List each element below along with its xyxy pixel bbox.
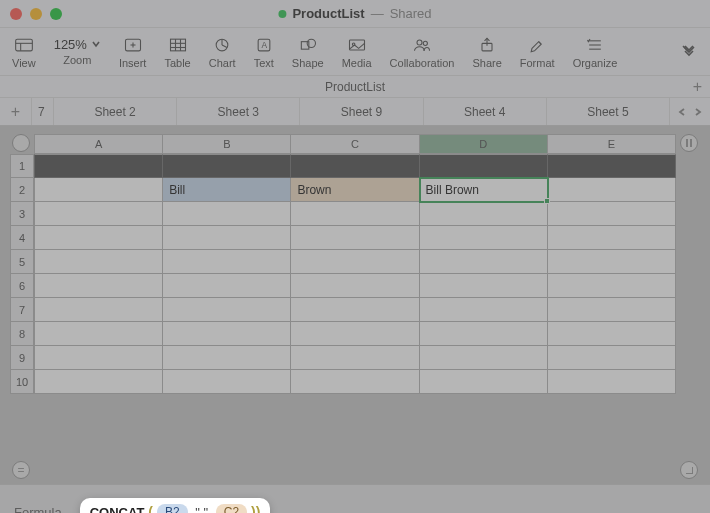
row-header[interactable]: 9 (10, 346, 34, 370)
formula-token[interactable]: C2 (216, 504, 247, 513)
cell[interactable] (420, 250, 548, 274)
cell-b2[interactable]: Bill (163, 178, 291, 202)
sheet-tab[interactable]: Sheet 9 (300, 98, 423, 125)
table-button[interactable]: Table (164, 35, 190, 69)
cell[interactable] (291, 202, 419, 226)
cell[interactable] (291, 370, 419, 394)
cell[interactable] (548, 202, 676, 226)
minimize-window-button[interactable] (30, 8, 42, 20)
media-button[interactable]: Media (342, 35, 372, 69)
cell[interactable] (420, 370, 548, 394)
sheet-tab[interactable]: Sheet 2 (54, 98, 177, 125)
cell[interactable] (420, 202, 548, 226)
cell[interactable] (34, 250, 163, 274)
cell[interactable] (34, 298, 163, 322)
column-header[interactable]: C (291, 134, 419, 154)
chart-icon (212, 35, 232, 55)
column-resize-handle[interactable] (680, 134, 698, 152)
cell[interactable] (34, 226, 163, 250)
cell[interactable] (548, 370, 676, 394)
row-header[interactable]: 8 (10, 322, 34, 346)
row-header[interactable]: 2 (10, 178, 34, 202)
cell[interactable] (34, 202, 163, 226)
cell[interactable] (163, 226, 291, 250)
sheet-tab[interactable]: Sheet 3 (177, 98, 300, 125)
sheet-tab[interactable]: Sheet 4 (424, 98, 547, 125)
table-resize-handle[interactable] (680, 461, 698, 479)
add-tab-button[interactable]: + (0, 98, 32, 125)
cell[interactable] (548, 250, 676, 274)
cell[interactable] (34, 178, 163, 202)
cell-d2[interactable]: Bill Brown (420, 178, 548, 202)
chart-button[interactable]: Chart (209, 35, 236, 69)
row-header[interactable]: 10 (10, 370, 34, 394)
cell[interactable] (420, 274, 548, 298)
shape-button[interactable]: Shape (292, 35, 324, 69)
cell[interactable] (163, 250, 291, 274)
cell[interactable] (420, 322, 548, 346)
format-button[interactable]: Format (520, 35, 555, 69)
cell[interactable] (548, 178, 676, 202)
cell[interactable] (548, 226, 676, 250)
cell[interactable] (34, 370, 163, 394)
organize-button[interactable]: Organize (573, 35, 618, 69)
row-header[interactable]: 5 (10, 250, 34, 274)
row-resize-handle[interactable]: = (12, 461, 30, 479)
column-header[interactable]: D (420, 134, 548, 154)
cell[interactable] (548, 346, 676, 370)
formula-editor[interactable]: CONCAT ( B2 ," ", C2 )) (80, 498, 271, 513)
close-window-button[interactable] (10, 8, 22, 20)
cell[interactable] (163, 346, 291, 370)
cell[interactable] (291, 322, 419, 346)
row-header[interactable]: 4 (10, 226, 34, 250)
share-button[interactable]: Share (472, 35, 501, 69)
cell[interactable] (548, 154, 676, 178)
insert-button[interactable]: Insert (119, 35, 147, 69)
cell[interactable] (420, 226, 548, 250)
cell[interactable] (163, 202, 291, 226)
cell[interactable] (163, 298, 291, 322)
column-header[interactable]: B (163, 134, 291, 154)
cell[interactable] (548, 298, 676, 322)
selection-handle[interactable] (544, 198, 550, 204)
cell[interactable] (163, 370, 291, 394)
cell[interactable] (291, 298, 419, 322)
zoom-control[interactable]: 125% Zoom (54, 37, 101, 66)
tab-next-button[interactable] (693, 103, 703, 121)
column-header[interactable]: A (34, 134, 163, 154)
select-all-handle[interactable] (12, 134, 30, 152)
view-button[interactable]: View (12, 35, 36, 69)
toolbar-overflow-button[interactable] (680, 41, 698, 63)
cell[interactable] (291, 154, 419, 178)
cell[interactable] (291, 250, 419, 274)
cell[interactable] (420, 154, 548, 178)
text-button[interactable]: A Text (254, 35, 274, 69)
sheet-tab[interactable]: Sheet 5 (547, 98, 670, 125)
cell[interactable] (420, 298, 548, 322)
add-sheet-plus-icon[interactable]: + (693, 78, 702, 96)
cell[interactable] (420, 346, 548, 370)
column-header[interactable]: E (548, 134, 676, 154)
row-header[interactable]: 1 (10, 154, 34, 178)
formula-token[interactable]: B2 (157, 504, 188, 513)
sheet-name-bar: ProductList + (0, 76, 710, 98)
cell[interactable] (163, 274, 291, 298)
cell-c2[interactable]: Brown (291, 178, 419, 202)
row-header[interactable]: 3 (10, 202, 34, 226)
cell[interactable] (548, 322, 676, 346)
cell[interactable] (291, 226, 419, 250)
cell[interactable] (291, 274, 419, 298)
row-header[interactable]: 7 (10, 298, 34, 322)
row-header[interactable]: 6 (10, 274, 34, 298)
cell[interactable] (34, 154, 163, 178)
cell[interactable] (34, 274, 163, 298)
cell[interactable] (34, 346, 163, 370)
cell[interactable] (291, 346, 419, 370)
collaboration-button[interactable]: Collaboration (390, 35, 455, 69)
tab-prev-button[interactable] (677, 103, 687, 121)
fullscreen-window-button[interactable] (50, 8, 62, 20)
cell[interactable] (34, 322, 163, 346)
cell[interactable] (548, 274, 676, 298)
cell[interactable] (163, 322, 291, 346)
cell[interactable] (163, 154, 291, 178)
